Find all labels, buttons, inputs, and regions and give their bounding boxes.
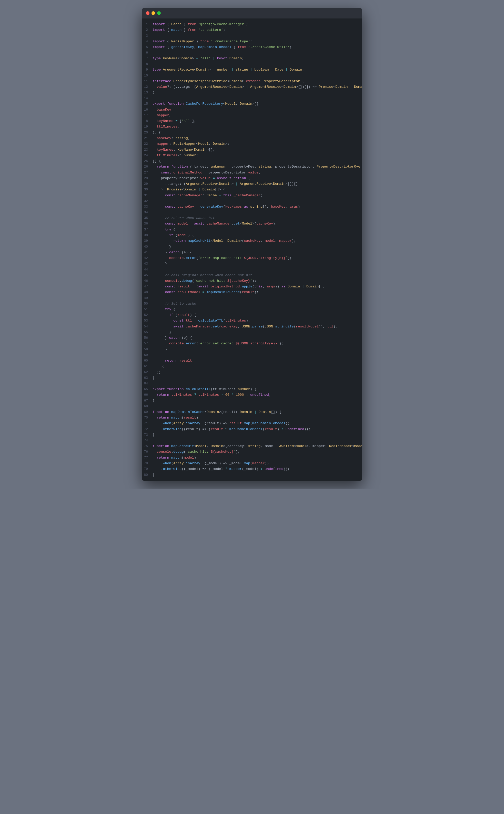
code-content: ): Promise<Domain | Domain[]> { [153,187,357,192]
code-content: if (model) { [153,233,357,238]
code-content: return result; [153,358,357,364]
code-content [153,438,357,443]
code-content: } [153,90,357,95]
code-content: } [153,244,357,250]
code-content: console.debug(`cache hit: ${cacheKey}`); [153,449,357,455]
code-line: 43 } [142,261,362,267]
code-content: await cacheManager.set(cacheKey, JSON.pa… [153,324,357,330]
code-line: 37 try { [142,227,362,233]
code-line: 20}: { [142,130,362,135]
code-content: // Set to cache [153,301,357,307]
code-content [153,210,357,215]
titlebar [142,8,362,18]
code-line: 48 const resultModel = mapDomainToCache(… [142,290,362,295]
line-number: 6 [142,50,153,56]
code-line: 6 [142,50,362,56]
line-number: 26 [142,164,153,169]
code-content: type KeyName<Domain> = 'all' | keyof Dom… [153,56,357,61]
line-number: 38 [142,233,153,238]
code-line: 54 await cacheManager.set(cacheKey, JSON… [142,324,362,330]
line-number: 3 [142,33,153,39]
code-line: 16 baseKey, [142,107,362,113]
code-line: 27 const originalMethod = propertyDescri… [142,170,362,175]
code-line: 46 console.debug(`cache not hit: ${cache… [142,278,362,284]
code-line: 57 console.error(`error set cache: ${JSO… [142,341,362,346]
line-number: 21 [142,135,153,141]
code-line: 44 [142,267,362,273]
code-line: 26 return function (_target: unknown, _p… [142,164,362,169]
line-number: 30 [142,187,153,192]
close-button[interactable] [146,11,149,15]
code-line: 29 ...args: (ArgumentReceive<Domain> | A… [142,181,362,187]
code-content [153,295,357,301]
code-line: 38 if (model) { [142,233,362,238]
line-number: 27 [142,170,153,175]
code-content: .otherwise((_model) => (_model ? mapper(… [153,466,357,472]
line-number: 53 [142,318,153,324]
line-number: 14 [142,95,153,101]
code-content: const model = await cacheManager.get<Mod… [153,221,357,227]
code-content [153,267,357,273]
code-line: 4import { RedisMapper } from './redisCac… [142,39,362,44]
line-number: 32 [142,198,153,204]
code-line: 51 try { [142,307,362,312]
code-content: return match(result) [153,415,357,421]
line-number: 29 [142,181,153,187]
code-line: 31 const cacheManager: Cache = this._cac… [142,193,362,198]
code-line: 24 ttlMinutes?: number; [142,153,362,158]
line-number: 52 [142,312,153,318]
line-number: 64 [142,381,153,386]
code-line: 62 }; [142,370,362,375]
code-line: 1import { Cache } from '@nestjs/cache-ma… [142,22,362,27]
minimize-button[interactable] [152,11,155,15]
code-line: 15export function CacheForRepository<Mod… [142,101,362,107]
line-number: 59 [142,352,153,358]
line-number: 72 [142,426,153,432]
code-content: } [153,472,357,478]
line-number: 23 [142,147,153,153]
line-number: 43 [142,261,153,267]
code-line: 72 .otherwise((result) => (result ? mapD… [142,426,362,432]
code-line: 30 ): Promise<Domain | Domain[]> { [142,187,362,192]
code-content [153,404,357,409]
code-editor: 1import { Cache } from '@nestjs/cache-ma… [142,18,362,481]
code-line: 18 keyNames = ['all'], [142,118,362,124]
code-line: 52 if (result) { [142,312,362,318]
code-line: 53 const ttl = calculateTTL(ttlMinutes); [142,318,362,324]
code-content: return ttlMinutes ? ttlMinutes * 60 * 10… [153,392,357,398]
code-line: 59 [142,352,362,358]
line-number: 74 [142,438,153,443]
code-line: 8 [142,61,362,67]
code-line: 65export function calculateTTL(ttlMinute… [142,386,362,392]
code-content [153,50,357,56]
code-line: 3 [142,33,362,39]
code-content: export function calculateTTL(ttlMinutes:… [153,386,357,392]
maximize-button[interactable] [157,11,161,15]
line-number: 51 [142,307,153,312]
code-content: function mapDomainToCache<Domain>(result… [153,409,357,415]
code-content: keyNames = ['all'], [153,118,357,124]
code-line: 10 [142,73,362,78]
line-number: 67 [142,398,153,404]
line-number: 48 [142,290,153,295]
line-number: 68 [142,404,153,409]
code-content: } [153,432,357,438]
code-line: 41 } catch (e) { [142,250,362,255]
line-number: 46 [142,278,153,284]
line-number: 13 [142,90,153,95]
code-content: .otherwise((result) => (result ? mapDoma… [153,426,357,432]
code-content: interface PropertyDescriptorOverride<Dom… [153,78,357,84]
line-number: 28 [142,175,153,181]
code-content: try { [153,307,357,312]
code-line: 70 return match(result) [142,415,362,421]
code-content: console.debug(`cache not hit: ${cacheKey… [153,278,357,284]
code-content [153,198,357,204]
code-line: 42 console.error(`error map cache hit: $… [142,255,362,261]
line-number: 42 [142,255,153,261]
code-line: 47 const result = (await originalMethod.… [142,284,362,290]
code-line: 45 // call original method when cache no… [142,273,362,278]
line-number: 34 [142,210,153,215]
code-content: import { RedisMapper } from './redisCach… [153,39,357,44]
code-content: mapper, [153,113,357,118]
line-number: 8 [142,61,153,67]
